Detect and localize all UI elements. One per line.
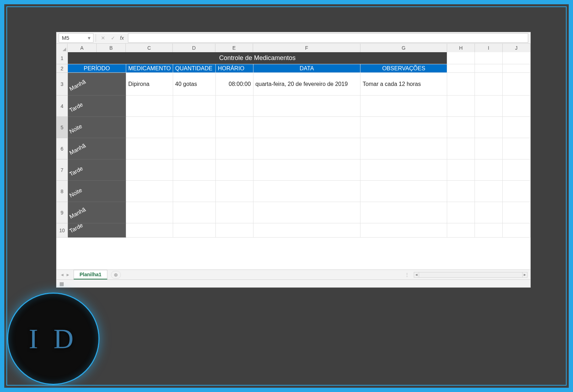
- cell-obs-4[interactable]: [360, 96, 447, 117]
- cell-obs-6[interactable]: [360, 138, 447, 159]
- period-cell-3[interactable]: Manhã: [68, 73, 126, 96]
- cell-H6[interactable]: [447, 138, 475, 159]
- cell-H5[interactable]: [447, 117, 475, 138]
- header-data[interactable]: DATA: [253, 64, 361, 73]
- column-header-A[interactable]: A: [68, 44, 97, 52]
- row-header-4[interactable]: 4: [57, 96, 68, 117]
- cell-J9[interactable]: [503, 202, 530, 223]
- cell-H7[interactable]: [447, 159, 475, 181]
- row-header-9[interactable]: 9: [57, 202, 68, 223]
- period-cell-4[interactable]: Tarde: [68, 96, 126, 117]
- cell-H10[interactable]: [447, 223, 475, 238]
- cell-I1[interactable]: [475, 52, 503, 64]
- record-macro-icon[interactable]: ▦: [59, 281, 64, 287]
- confirm-formula-button[interactable]: ✓: [108, 33, 118, 43]
- column-header-J[interactable]: J: [503, 44, 530, 52]
- cell-date-3[interactable]: quarta-feira, 20 de fevereiro de 2019: [253, 73, 361, 96]
- scroll-left-icon[interactable]: ◄: [414, 272, 419, 277]
- cell-time-3[interactable]: 08:00:00: [216, 73, 253, 96]
- cell-date-6[interactable]: [253, 138, 361, 159]
- period-cell-8[interactable]: Noite: [68, 181, 126, 202]
- cell-qty-8[interactable]: [173, 181, 216, 202]
- scroll-right-icon[interactable]: ►: [522, 272, 527, 277]
- tab-next-icon[interactable]: ►: [66, 272, 70, 277]
- column-header-C[interactable]: C: [126, 44, 173, 52]
- cell-med-10[interactable]: [126, 223, 173, 238]
- row-header-8[interactable]: 8: [57, 181, 68, 202]
- cell-I4[interactable]: [475, 96, 503, 117]
- column-header-F[interactable]: F: [253, 44, 360, 52]
- cell-qty-6[interactable]: [173, 138, 216, 159]
- cell-obs-10[interactable]: [360, 223, 447, 238]
- cell-J5[interactable]: [503, 117, 530, 138]
- new-sheet-button[interactable]: ⊕: [111, 271, 121, 279]
- formula-input[interactable]: [128, 33, 528, 43]
- cell-obs-8[interactable]: [360, 181, 447, 202]
- row-header-3[interactable]: 3: [57, 73, 68, 96]
- cell-med-6[interactable]: [126, 138, 173, 159]
- cell-J2[interactable]: [503, 64, 530, 73]
- cell-H4[interactable]: [447, 96, 475, 117]
- cell-qty-3[interactable]: 40 gotas: [173, 73, 216, 96]
- column-header-E[interactable]: E: [215, 44, 253, 52]
- cell-I10[interactable]: [475, 223, 503, 238]
- header-observacoes[interactable]: OBSERVAÇÕES: [360, 64, 447, 73]
- cell-qty-9[interactable]: [173, 202, 216, 223]
- cell-time-9[interactable]: [216, 202, 253, 223]
- period-cell-9[interactable]: Manhã: [68, 202, 126, 223]
- cell-H2[interactable]: [447, 64, 475, 73]
- header-periodo[interactable]: PERÍODO: [68, 64, 126, 73]
- cell-time-5[interactable]: [216, 117, 253, 138]
- column-header-G[interactable]: G: [360, 44, 447, 52]
- header-horario[interactable]: HORÁRIO: [216, 64, 253, 73]
- cell-med-4[interactable]: [126, 96, 173, 117]
- cell-H1[interactable]: [447, 52, 475, 64]
- cell-obs-7[interactable]: [360, 159, 447, 181]
- sheet-tab-active[interactable]: Planilha1: [74, 270, 107, 279]
- cell-date-4[interactable]: [253, 96, 361, 117]
- cell-qty-10[interactable]: [173, 223, 216, 238]
- name-box[interactable]: M5 ▾: [59, 33, 93, 43]
- cell-date-7[interactable]: [253, 159, 361, 181]
- cell-I3[interactable]: [475, 73, 503, 96]
- tab-prev-icon[interactable]: ◄: [60, 272, 64, 277]
- cell-I8[interactable]: [475, 181, 503, 202]
- row-header-2[interactable]: 2: [57, 64, 68, 73]
- period-cell-5[interactable]: Noite: [68, 117, 126, 138]
- cell-H8[interactable]: [447, 181, 475, 202]
- spreadsheet-grid[interactable]: ABCDEFGHIJ 1Controle de Medicamentos2PER…: [57, 44, 530, 270]
- cell-med-3[interactable]: Dipirona: [126, 73, 173, 96]
- title-cell[interactable]: Controle de Medicamentos: [68, 52, 447, 64]
- cell-time-8[interactable]: [216, 181, 253, 202]
- cell-J8[interactable]: [503, 181, 530, 202]
- cell-med-5[interactable]: [126, 117, 173, 138]
- period-cell-6[interactable]: Manhã: [68, 138, 126, 159]
- row-header-7[interactable]: 7: [57, 159, 68, 181]
- cell-med-9[interactable]: [126, 202, 173, 223]
- period-cell-10[interactable]: Tarde: [68, 223, 126, 238]
- period-cell-7[interactable]: Tarde: [68, 159, 126, 181]
- column-header-B[interactable]: B: [97, 44, 126, 52]
- cell-time-7[interactable]: [216, 159, 253, 181]
- cell-date-8[interactable]: [253, 181, 361, 202]
- cell-med-8[interactable]: [126, 181, 173, 202]
- column-header-I[interactable]: I: [475, 44, 503, 52]
- cell-J7[interactable]: [503, 159, 530, 181]
- cell-J3[interactable]: [503, 73, 530, 96]
- cell-date-10[interactable]: [253, 223, 361, 238]
- cell-qty-7[interactable]: [173, 159, 216, 181]
- cell-time-4[interactable]: [216, 96, 253, 117]
- row-header-10[interactable]: 10: [57, 223, 68, 238]
- cell-I2[interactable]: [475, 64, 503, 73]
- cell-med-7[interactable]: [126, 159, 173, 181]
- tab-options-icon[interactable]: ⋮: [401, 272, 414, 278]
- name-box-dropdown-icon[interactable]: ▾: [87, 36, 92, 40]
- select-all-button[interactable]: [57, 44, 68, 52]
- cell-qty-5[interactable]: [173, 117, 216, 138]
- cell-H9[interactable]: [447, 202, 475, 223]
- cell-date-9[interactable]: [253, 202, 361, 223]
- cell-I6[interactable]: [475, 138, 503, 159]
- cell-qty-4[interactable]: [173, 96, 216, 117]
- cell-J1[interactable]: [503, 52, 530, 64]
- cell-date-5[interactable]: [253, 117, 361, 138]
